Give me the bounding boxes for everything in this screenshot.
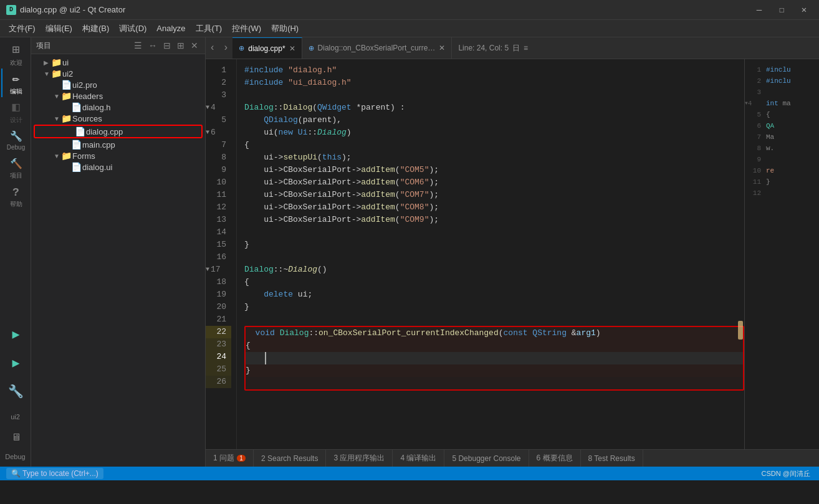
edit-icon: ✏ <box>12 70 19 86</box>
code-line-7: { <box>244 139 744 151</box>
arrow-icon: ▼ <box>54 115 61 122</box>
tab-dialog-cpp[interactable]: ⊕ dialog.cpp* ✕ <box>232 37 302 59</box>
debugger-label: 5 Debugger Console <box>452 454 520 463</box>
sidebar-item-monitor[interactable]: 🖥 <box>1 423 30 452</box>
file-tree-header: 项目 ☰ ↔ ⊟ ⊞ ✕ <box>31 37 205 54</box>
filter-button[interactable]: ☰ <box>132 40 144 51</box>
bottom-tab-search[interactable]: 2 Search Results <box>254 450 326 467</box>
sidebar-item-run[interactable]: ▶ <box>1 320 30 348</box>
mini-lnum-10: 10 <box>745 165 761 176</box>
tree-item-forms[interactable]: ▼ 📁 Forms <box>31 150 205 161</box>
mini-lnum-9: 9 <box>745 154 761 165</box>
tab-close-dialog-cpp[interactable]: ✕ <box>289 44 295 53</box>
sidebar-item-debug-run[interactable]: ▶ <box>1 348 30 377</box>
code-line-11: ui->CBoxSerialPort->addItem("COM7"); <box>244 189 744 201</box>
line-num-24: 24 <box>206 351 231 363</box>
menu-debug[interactable]: 调试(D) <box>114 22 151 36</box>
search-input-bar[interactable]: 🔍 Type to locate (Ctrl+...) <box>6 468 103 479</box>
collapse-button[interactable]: ⊟ <box>161 40 173 51</box>
line-num-20: 20 <box>206 301 231 313</box>
sidebar-item-design[interactable]: ◧ 设计 <box>1 97 30 126</box>
bottom-tab-overview[interactable]: 6 概要信息 <box>529 450 581 467</box>
tab-close-function[interactable]: ✕ <box>439 44 445 52</box>
pro-file-icon: 📄 <box>61 80 72 90</box>
line-num-8: 8 <box>206 151 231 164</box>
tree-item-ui2pro[interactable]: 📄 ui2.pro <box>31 79 205 90</box>
status-bar-right: CSDN @闰清丘 <box>759 469 813 478</box>
item-name-ui2: ui2 <box>62 69 203 78</box>
bottom-tab-compile[interactable]: 4 编译输出 <box>393 450 444 467</box>
mini-code-5: { <box>766 109 791 120</box>
item-name-dialogcpp: dialog.cpp <box>86 127 199 136</box>
close-tree-button[interactable]: ✕ <box>189 40 200 51</box>
code-line-1: #include "dialog.h" <box>244 64 744 77</box>
mini-code-6: QA <box>766 120 791 131</box>
menu-file[interactable]: 文件(F) <box>4 22 41 36</box>
bottom-tab-debugger[interactable]: 5 Debugger Console <box>444 450 529 467</box>
file-tree-title: 项目 <box>36 40 51 51</box>
minimize-button[interactable]: — <box>750 4 768 16</box>
code-line-25: } <box>246 364 743 377</box>
tree-item-sources[interactable]: ▼ 📁 Sources <box>31 113 205 124</box>
menu-build[interactable]: 构建(B) <box>77 22 114 36</box>
sidebar-item-projects[interactable]: 🔨 项目 <box>1 155 30 183</box>
item-name-maincpp: main.cpp <box>82 140 203 150</box>
sidebar-item-help[interactable]: ? 帮助 <box>1 183 30 212</box>
h-file-icon: 📄 <box>71 102 82 112</box>
sync-button[interactable]: ↔ <box>146 40 159 51</box>
expand-button[interactable]: ⊞ <box>175 40 186 51</box>
sidebar-item-debug[interactable]: 🔧 Debug <box>1 126 30 155</box>
sidebar-item-wrench[interactable]: 🔧 <box>1 377 30 406</box>
line-num-10: 10 <box>206 176 231 189</box>
mini-lnum-7: 7 <box>745 131 761 143</box>
tree-item-dialogcpp[interactable]: 📄 dialog.cpp <box>34 125 203 138</box>
code-line-21 <box>244 313 744 326</box>
menu-edit[interactable]: 编辑(E) <box>41 22 77 36</box>
arrow-icon: ▶ <box>44 59 51 66</box>
file-tree-toolbar: ☰ ↔ ⊟ ⊞ ✕ <box>132 40 200 51</box>
help-label: 帮助 <box>10 200 22 209</box>
line-num-1: 1 <box>206 64 231 77</box>
bottom-tab-test[interactable]: 8 Test Results <box>581 450 643 467</box>
line-num-17: ▼17 <box>206 264 231 276</box>
bottom-tab-problems[interactable]: 1 问题 1 <box>206 450 254 467</box>
mini-code-3 <box>766 87 791 98</box>
window-controls: — ☐ ✕ <box>750 4 813 16</box>
projects-icon: 🔨 <box>10 158 22 170</box>
tree-item-ui[interactable]: ▶ 📁 ui <box>31 57 205 68</box>
line-num-22: 22 <box>206 326 231 338</box>
close-button[interactable]: ✕ <box>795 4 813 16</box>
menu-analyze[interactable]: Analyze <box>151 22 190 34</box>
mini-code-12 <box>766 188 791 199</box>
item-name-dialogh: dialog.h <box>82 103 203 112</box>
tree-item-headers[interactable]: ▼ 📁 Headers <box>31 90 205 102</box>
tab-label-function: Dialog::on_CBoxSerialPort_curre… <box>318 44 436 52</box>
code-lines[interactable]: #include "dialog.h" #include "ui_dialog.… <box>237 59 744 449</box>
tree-item-dialogh[interactable]: 📄 dialog.h <box>31 102 205 113</box>
line-num-3: 3 <box>206 89 231 102</box>
menu-tools[interactable]: 工具(T) <box>191 22 228 36</box>
tree-item-ui2[interactable]: ▼ 📁 ui2 <box>31 68 205 79</box>
arrow-icon: ▼ <box>54 93 61 100</box>
bottom-tab-app-output[interactable]: 3 应用程序输出 <box>326 450 393 467</box>
tree-item-dialogui[interactable]: 📄 dialog.ui <box>31 161 205 173</box>
app-icon: D <box>6 5 16 15</box>
sidebar-item-edit[interactable]: ✏ 编辑 <box>1 69 30 97</box>
code-line-2: #include "ui_dialog.h" <box>244 77 744 89</box>
maximize-button[interactable]: ☐ <box>773 4 790 16</box>
cursor <box>265 352 271 364</box>
menu-help[interactable]: 帮助(H) <box>266 22 304 36</box>
mini-code-4: int ma <box>766 98 791 109</box>
tab-nav-right[interactable]: › <box>219 42 233 54</box>
tab-function[interactable]: ⊕ Dialog::on_CBoxSerialPort_curre… ✕ <box>302 37 453 59</box>
sidebar-icons: ⊞ 欢迎 ✏ 编辑 ◧ 设计 🔧 Debug 🔨 项目 ? 帮助 ▶ ▶ <box>0 37 31 467</box>
menu-widgets[interactable]: 控件(W) <box>227 22 266 36</box>
more-tabs[interactable]: ≡ <box>524 44 528 52</box>
tab-nav-left[interactable]: ‹ <box>206 42 219 54</box>
code-line-6: ui(new Ui::Dialog) <box>244 126 744 139</box>
mini-lnum-6: 6 <box>745 120 761 131</box>
sidebar-item-welcome[interactable]: ⊞ 欢迎 <box>1 40 30 69</box>
line-num-2: 2 <box>206 77 231 89</box>
tree-item-maincpp[interactable]: 📄 main.cpp <box>31 139 205 150</box>
code-editor[interactable]: 1 2 3 ▼4 5 ▼6 7 8 9 10 11 12 13 14 15 16 <box>206 59 744 449</box>
